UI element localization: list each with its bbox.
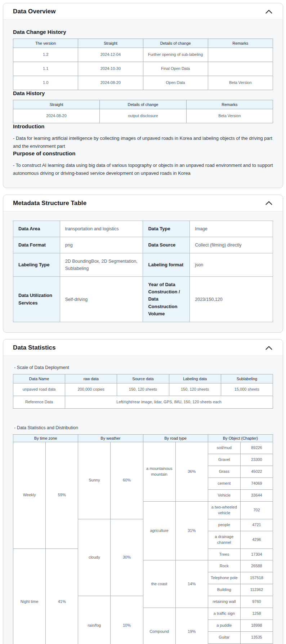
data-name-cell: unpaved road data	[13, 383, 65, 396]
section-title: Data Statistics	[13, 344, 56, 351]
header-cell: Source data	[117, 374, 169, 383]
scale-of-deployment-table: Data Name raw data Source data Labeling …	[13, 374, 273, 409]
meta-label-cell: Year of Data Construction / Data Constru…	[143, 277, 190, 322]
chevron-up-icon[interactable]	[265, 8, 273, 15]
section-data-overview: Data Overview Data Change History The ve…	[3, 3, 283, 188]
roadtype-cell: a mountainous mountain	[143, 442, 175, 502]
header-cell: Straight	[78, 39, 143, 48]
date-cell: 2024-08-20	[13, 109, 100, 123]
object-count-cell: 74069	[240, 478, 273, 489]
statistics-header[interactable]: Data Statistics	[3, 339, 283, 356]
page: Data Overview Data Change History The ve…	[3, 3, 283, 644]
table-header-row: Straight Details of change Remarks	[13, 100, 273, 109]
meta-label-cell: Data Utilization Services	[13, 277, 60, 322]
roadtype-pct-cell: 36%	[175, 442, 208, 502]
roadtype-cell: agriculture	[143, 501, 175, 560]
weather-pct-cell: 10%	[111, 596, 143, 644]
object-name-cell: Gravel	[208, 454, 240, 466]
data-history-table: Straight Details of change Remarks 2024-…	[13, 100, 273, 123]
data-history-heading: Data History	[13, 90, 273, 96]
meta-value-cell: Collect (filming) directly	[190, 237, 273, 253]
object-count-cell: 157518	[240, 572, 273, 584]
object-name-cell: soil/mud	[208, 442, 240, 454]
table-row: Reference Data Left/right/rear image, li…	[13, 396, 273, 409]
distribution-label: - Data Statistics and Distribution	[14, 425, 273, 430]
weather-cell: cloudy	[78, 519, 111, 596]
table-row: Data Utilization Services Self-driving Y…	[13, 277, 273, 322]
meta-label-cell: Data Area	[13, 221, 60, 237]
object-name-cell: Trees	[208, 548, 240, 560]
details-cell: output disclosure	[100, 109, 186, 123]
object-name-cell: people	[208, 519, 240, 531]
object-name-cell: a traffic sign	[208, 608, 240, 620]
section-statistics: Data Statistics - Scale of Data Deployme…	[3, 339, 283, 644]
object-name-cell: Building	[208, 584, 240, 596]
scale-label: - Scale of Data Deployment	[14, 365, 273, 370]
chevron-up-icon[interactable]	[265, 200, 273, 206]
meta-value-cell: json	[190, 253, 273, 277]
meta-value-cell: 2D BoundingBox, 2D Segmentation, Sublabe…	[60, 253, 143, 277]
date-cell: 2024-08-20	[78, 76, 143, 90]
object-count-cell: 4721	[240, 519, 273, 531]
introduction-text: - Data for learning artificial intellige…	[13, 134, 273, 150]
header-cell: Sublabeling	[221, 374, 273, 383]
header-cell: Details of change	[143, 39, 208, 48]
header-cell: Details of change	[100, 100, 186, 109]
roadtype-cell: the coast	[143, 560, 175, 608]
table-row: Data Area transportation and logistics D…	[13, 221, 273, 237]
meta-value-cell: Self-driving	[60, 277, 143, 322]
version-cell: 1.1	[13, 62, 78, 76]
metadata-body: Data Area transportation and logistics D…	[3, 212, 283, 332]
timezone-cell: Weekly	[13, 442, 46, 548]
object-count-cell: 13535	[240, 632, 273, 644]
object-count-cell: 18998	[240, 620, 273, 632]
object-count-cell: 33644	[240, 489, 273, 501]
table-row: unpaved road data 200,000 copies 150, 12…	[13, 383, 273, 396]
object-name-cell: Telephone pole	[208, 572, 240, 584]
object-name-cell: cement	[208, 478, 240, 489]
object-count-cell: 89226	[240, 442, 273, 454]
object-name-cell: Vehicle	[208, 489, 240, 501]
purpose-heading: Purpose of construction	[13, 150, 273, 156]
meta-value-cell: transportation and logistics	[60, 221, 143, 237]
table-header-row: Data Name raw data Source data Labeling …	[13, 374, 273, 383]
header-cell: The version	[13, 39, 78, 48]
meta-label-cell: Data Type	[143, 221, 190, 237]
header-cell: By weather	[78, 435, 143, 442]
statistics-body: - Scale of Data Deployment Data Name raw…	[3, 356, 283, 644]
object-name-cell: a puddle	[208, 620, 240, 632]
date-cell: 2024-12-04	[78, 48, 143, 62]
meta-value-cell: 2023/150,120	[190, 277, 273, 322]
source-data-cell: 150, 120 sheets	[117, 383, 169, 396]
data-name-cell: Reference Data	[13, 396, 65, 409]
table-row: Data Format png Data Source Collect (fil…	[13, 237, 273, 253]
header-cell: By time zone	[13, 435, 78, 442]
object-name-cell: Guitar	[208, 632, 240, 644]
table-header-row: The version Straight Details of change R…	[13, 39, 273, 48]
meta-label-cell: Labeling Type	[13, 253, 60, 277]
remarks-cell: Beta Version	[208, 76, 273, 90]
timezone-cell: Night time	[13, 548, 46, 644]
data-overview-header[interactable]: Data Overview	[3, 3, 283, 20]
roadtype-pct-cell: 19%	[175, 608, 208, 644]
section-metadata: Metadata Structure Table Data Area trans…	[3, 195, 283, 333]
object-count-cell: 1258	[240, 608, 273, 620]
metadata-header[interactable]: Metadata Structure Table	[3, 195, 283, 212]
header-cell: raw data	[65, 374, 117, 383]
remarks-cell	[208, 62, 273, 76]
purpose-text: - To construct AI learning data using bi…	[13, 161, 273, 177]
header-cell: Data Name	[13, 374, 65, 383]
header-cell: Labeling data	[169, 374, 221, 383]
roadtype-pct-cell: 31%	[175, 501, 208, 560]
details-cell: Further opening of sub-labeling	[143, 48, 208, 62]
weather-pct-cell: 60%	[111, 442, 143, 519]
section-title: Data Overview	[13, 8, 55, 15]
meta-label-cell: Labeling format	[143, 253, 190, 277]
table-row: 2024-08-20 output disclosure Beta Versio…	[13, 109, 273, 123]
table-row: Weekly 59% Sunny 60% a mountainous mount…	[13, 442, 273, 454]
object-count-cell: 23300	[240, 454, 273, 466]
timezone-pct-cell: 59%	[46, 442, 78, 548]
object-name-cell: Grass	[208, 466, 240, 478]
table-header-row: By time zone By weather By road type By …	[13, 435, 273, 442]
chevron-up-icon[interactable]	[265, 345, 273, 351]
